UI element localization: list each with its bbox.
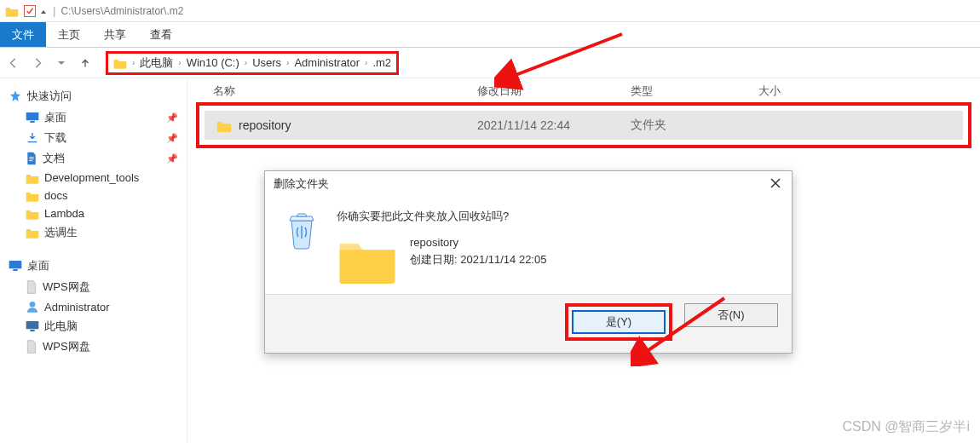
user-icon bbox=[26, 300, 39, 314]
pin-icon: 📌 bbox=[166, 153, 178, 164]
folder-icon bbox=[26, 208, 39, 220]
sidebar-item-desktop[interactable]: 桌面 📌 bbox=[0, 107, 187, 128]
sidebar: 快速访问 桌面 📌 下载 📌 文档 📌 Development_tools bbox=[0, 78, 187, 443]
file-icon bbox=[26, 340, 37, 354]
star-icon bbox=[9, 89, 22, 103]
yes-button-highlight: 是(Y) bbox=[565, 303, 672, 341]
document-icon bbox=[26, 152, 37, 165]
breadcrumb[interactable]: › 此电脑 › Win10 (C:) › Users › Administrat… bbox=[101, 52, 975, 74]
yes-button[interactable]: 是(Y) bbox=[572, 310, 666, 334]
folder-icon bbox=[26, 190, 39, 202]
sidebar-quick-access[interactable]: 快速访问 bbox=[0, 85, 187, 107]
qat-dropdown-icon[interactable] bbox=[39, 7, 48, 15]
recent-dropdown[interactable] bbox=[53, 55, 70, 72]
breadcrumb-highlight: › 此电脑 › Win10 (C:) › Users › Administrat… bbox=[106, 51, 399, 75]
title-bar: | C:\Users\Administrator\.m2 bbox=[0, 0, 980, 22]
sidebar-item-thispc[interactable]: 此电脑 bbox=[0, 316, 187, 337]
svg-rect-1 bbox=[30, 121, 34, 123]
nav-row: › 此电脑 › Win10 (C:) › Users › Administrat… bbox=[0, 48, 980, 78]
recycle-bin-icon bbox=[283, 209, 320, 250]
row-highlight: repository 2021/11/14 22:44 文件夹 bbox=[196, 102, 971, 148]
desktop-icon bbox=[26, 112, 39, 124]
sidebar-group-label: 快速访问 bbox=[27, 89, 72, 104]
qat-checkbox[interactable] bbox=[24, 5, 36, 17]
chevron-right-icon: › bbox=[365, 58, 367, 67]
file-icon bbox=[26, 280, 37, 294]
chevron-right-icon: › bbox=[245, 58, 247, 67]
chevron-right-icon: › bbox=[178, 58, 181, 67]
breadcrumb-item[interactable]: Users bbox=[252, 56, 281, 69]
sidebar-item-wps2[interactable]: WPS网盘 bbox=[0, 337, 187, 357]
sidebar-group-label: 桌面 bbox=[27, 258, 49, 273]
col-size[interactable]: 大小 bbox=[758, 83, 827, 99]
col-modified[interactable]: 修改日期 bbox=[477, 83, 631, 99]
sidebar-item-label: 文档 bbox=[43, 151, 65, 166]
delete-folder-dialog: 删除文件夹 你确实要把此文件夹放入回收站吗? repository bbox=[264, 170, 793, 354]
sidebar-desktop-group[interactable]: 桌面 bbox=[0, 255, 187, 277]
column-headers[interactable]: 名称 修改日期 类型 大小 bbox=[187, 78, 980, 102]
tab-home[interactable]: 主页 bbox=[46, 22, 92, 47]
sidebar-item-xuandiaosheng[interactable]: 选调生 bbox=[0, 222, 187, 243]
svg-rect-0 bbox=[26, 112, 39, 120]
download-icon bbox=[26, 131, 39, 145]
folder-icon bbox=[26, 172, 39, 184]
table-row[interactable]: repository 2021/11/14 22:44 文件夹 bbox=[205, 111, 963, 140]
sidebar-item-devtools[interactable]: Development_tools bbox=[0, 169, 187, 187]
breadcrumb-item[interactable]: Win10 (C:) bbox=[187, 56, 239, 69]
svg-rect-2 bbox=[9, 261, 22, 268]
forward-button[interactable] bbox=[29, 55, 46, 72]
tab-share[interactable]: 共享 bbox=[92, 22, 138, 47]
folder-icon bbox=[216, 119, 232, 132]
sidebar-item-wps[interactable]: WPS网盘 bbox=[0, 277, 187, 297]
breadcrumb-item[interactable]: 此电脑 bbox=[140, 55, 173, 71]
pc-icon bbox=[26, 320, 39, 332]
back-button[interactable] bbox=[5, 55, 22, 72]
titlebar-separator: | bbox=[53, 4, 55, 17]
chevron-right-icon: › bbox=[132, 58, 135, 67]
col-type[interactable]: 类型 bbox=[631, 83, 758, 99]
dialog-item-created: 创建日期: 2021/11/14 22:05 bbox=[410, 251, 546, 268]
sidebar-item-label: 此电脑 bbox=[44, 319, 78, 334]
pin-icon: 📌 bbox=[166, 112, 178, 124]
svg-point-4 bbox=[30, 302, 36, 308]
breadcrumb-item[interactable]: Administrator bbox=[294, 56, 360, 69]
row-modified: 2021/11/14 22:44 bbox=[477, 118, 631, 132]
col-name[interactable]: 名称 bbox=[213, 83, 477, 99]
sidebar-item-documents[interactable]: 文档 📌 bbox=[0, 148, 187, 169]
watermark: CSDN @智商三岁半i bbox=[842, 418, 970, 436]
close-button[interactable] bbox=[770, 177, 783, 191]
row-type: 文件夹 bbox=[631, 118, 758, 133]
sidebar-item-label: Administrator bbox=[44, 301, 110, 314]
sidebar-item-label: 选调生 bbox=[44, 225, 78, 240]
sidebar-item-label: 下载 bbox=[44, 130, 66, 146]
sidebar-item-downloads[interactable]: 下载 📌 bbox=[0, 128, 187, 148]
chevron-right-icon: › bbox=[286, 58, 289, 67]
ribbon-tabs: 文件 主页 共享 查看 bbox=[0, 22, 980, 48]
svg-rect-6 bbox=[30, 330, 34, 331]
dialog-item-name: repository bbox=[410, 234, 546, 251]
dialog-message: 你确实要把此文件夹放入回收站吗? bbox=[337, 209, 776, 224]
sidebar-item-label: WPS网盘 bbox=[43, 279, 90, 295]
no-button[interactable]: 否(N) bbox=[684, 303, 778, 327]
sidebar-item-label: Lambda bbox=[44, 207, 84, 220]
breadcrumb-item[interactable]: .m2 bbox=[372, 56, 391, 69]
dialog-title: 删除文件夹 bbox=[274, 176, 329, 192]
folder-icon bbox=[26, 227, 39, 239]
row-name: repository bbox=[239, 118, 291, 132]
tab-view[interactable]: 查看 bbox=[138, 22, 184, 47]
sidebar-item-lambda[interactable]: Lambda bbox=[0, 204, 187, 222]
desktop-icon bbox=[9, 260, 22, 272]
sidebar-item-label: docs bbox=[44, 189, 67, 202]
up-button[interactable] bbox=[77, 55, 94, 72]
sidebar-item-label: WPS网盘 bbox=[43, 339, 90, 354]
tab-file[interactable]: 文件 bbox=[0, 22, 46, 47]
sidebar-item-docs[interactable]: docs bbox=[0, 187, 187, 204]
dialog-body: 你确实要把此文件夹放入回收站吗? repository 创建日期: 2021/1… bbox=[265, 197, 792, 294]
folder-icon bbox=[5, 5, 19, 17]
dialog-buttons: 是(Y) 否(N) bbox=[265, 294, 792, 353]
svg-rect-5 bbox=[26, 321, 39, 329]
window-title-path: C:\Users\Administrator\.m2 bbox=[61, 5, 183, 17]
sidebar-item-label: Development_tools bbox=[44, 171, 139, 184]
close-icon bbox=[770, 177, 781, 189]
sidebar-item-administrator[interactable]: Administrator bbox=[0, 297, 187, 316]
